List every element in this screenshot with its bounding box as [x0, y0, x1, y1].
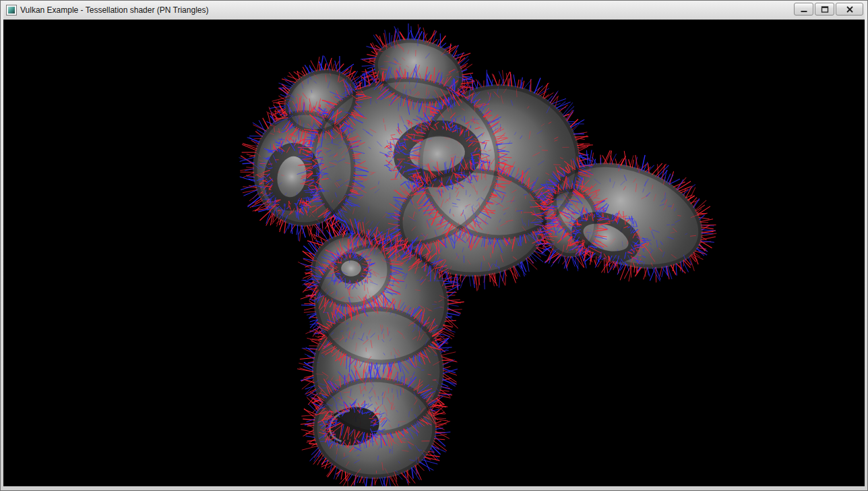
window-title: Vulkan Example - Tessellation shader (PN…	[20, 1, 208, 20]
render-viewport	[3, 20, 865, 486]
maximize-button[interactable]	[815, 3, 834, 16]
app-window: Vulkan Example - Tessellation shader (PN…	[0, 0, 868, 491]
close-icon	[846, 5, 854, 13]
app-icon	[6, 5, 17, 16]
vulkan-render-canvas[interactable]	[3, 20, 865, 486]
minimize-button[interactable]	[794, 3, 813, 16]
app-icon-image	[8, 7, 15, 13]
maximize-icon	[821, 5, 829, 13]
window-controls	[794, 3, 863, 16]
titlebar[interactable]: Vulkan Example - Tessellation shader (PN…	[3, 1, 865, 20]
minimize-icon	[800, 5, 808, 13]
close-button[interactable]	[836, 3, 863, 16]
